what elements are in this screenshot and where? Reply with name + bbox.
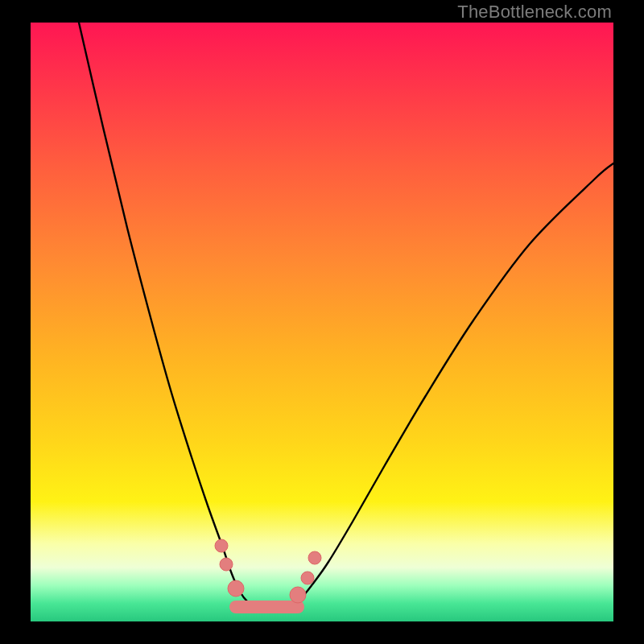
marker-dot xyxy=(220,558,233,571)
marker-dot xyxy=(290,587,306,603)
bottleneck-curve xyxy=(31,23,613,621)
marker-dot xyxy=(228,580,244,597)
chart-area xyxy=(31,23,613,621)
marker-dot xyxy=(308,551,321,564)
marker-dot xyxy=(301,572,314,584)
watermark-text: TheBottleneck.com xyxy=(457,2,612,23)
marker-dot xyxy=(215,539,228,552)
